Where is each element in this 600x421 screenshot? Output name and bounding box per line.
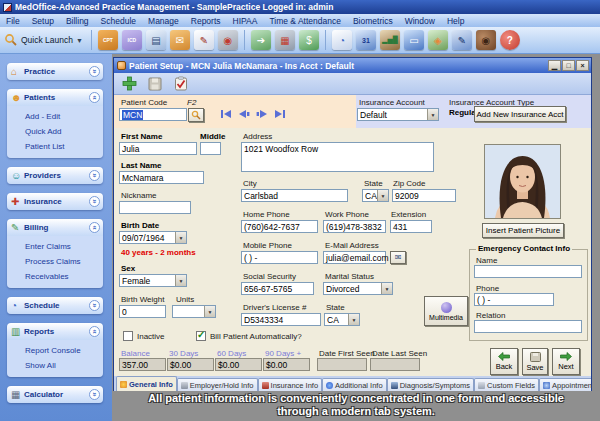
multimedia-button[interactable]: Multimedia (424, 296, 468, 326)
tab-custom-fields[interactable]: Custom Fields (474, 378, 539, 391)
charts-icon[interactable]: ▂▅█ (380, 30, 400, 50)
last-name-input[interactable]: McNamara (119, 171, 204, 184)
expand-chevron-icon[interactable]: » (89, 300, 100, 311)
next-record-button[interactable] (256, 109, 268, 119)
license-state-select[interactable]: CA▼ (324, 313, 360, 326)
sidebar-header-billing[interactable]: ✎ Billing » (7, 219, 103, 236)
expand-chevron-icon[interactable]: » (89, 66, 100, 77)
menu-hipaa[interactable]: HIPAA (227, 16, 264, 26)
collapse-chevron-icon[interactable]: » (89, 92, 100, 103)
menu-biometrics[interactable]: Biometrics (347, 16, 399, 26)
signature-icon[interactable]: ✎ (452, 30, 472, 50)
mobile-phone-input[interactable]: ( ) - (241, 251, 318, 264)
city-input[interactable]: Carlsbad (241, 189, 348, 202)
patient-information-icon[interactable]: ▤ (146, 30, 166, 50)
back-button[interactable]: Back (490, 348, 518, 375)
birth-date-input[interactable]: 09/07/1964▼ (119, 231, 187, 244)
network-users-icon[interactable]: ◈ (428, 30, 448, 50)
bill-automatically-checkbox[interactable] (196, 331, 206, 341)
nickname-input[interactable] (119, 201, 191, 214)
sidebar-header-schedule[interactable]: ◔ Schedule » (7, 297, 103, 314)
email-input[interactable]: julia@email.com (323, 251, 386, 264)
menu-schedule[interactable]: Schedule (95, 16, 142, 26)
middle-input[interactable] (200, 142, 221, 155)
sidebar-header-practice[interactable]: ⌂ Practice » (7, 63, 103, 80)
previous-record-button[interactable] (238, 109, 250, 119)
emergency-phone-input[interactable]: ( ) - (474, 293, 554, 306)
search-icon[interactable] (4, 33, 18, 47)
sidebar-item-add-edit[interactable]: Add - Edit (25, 109, 103, 124)
menu-time-attendance[interactable]: Time & Attendance (263, 16, 347, 26)
insurance-account-select[interactable]: Default▼ (357, 108, 439, 121)
tab-insurance-info[interactable]: Insurance Info (258, 378, 323, 391)
multimedia-camera-icon[interactable]: ◉ (218, 30, 238, 50)
extension-input[interactable]: 431 (390, 220, 432, 233)
menu-reports[interactable]: Reports (185, 16, 227, 26)
first-name-input[interactable]: Julia (119, 142, 197, 155)
sidebar-item-quick-add[interactable]: Quick Add (25, 124, 103, 139)
expand-chevron-icon[interactable]: » (89, 196, 100, 207)
cpt-codes-icon[interactable]: CPT (98, 30, 118, 50)
verify-patient-button[interactable] (170, 74, 192, 93)
statements-icon[interactable]: $ (299, 30, 319, 50)
calendar-icon[interactable]: 31 (356, 30, 376, 50)
sidebar-header-calculator[interactable]: ▦ Calculator » (7, 386, 103, 403)
zip-code-input[interactable]: 92009 (392, 189, 456, 202)
social-security-input[interactable]: 656-67-5765 (241, 282, 314, 295)
emergency-relation-input[interactable] (474, 320, 582, 333)
send-email-button[interactable]: ✉ (390, 251, 406, 264)
biometrics-icon[interactable]: ◉ (476, 30, 496, 50)
menu-help[interactable]: Help (441, 16, 470, 26)
add-new-insurance-button[interactable]: Add New Insurance Acct (474, 106, 566, 122)
menu-file[interactable]: File (0, 16, 26, 26)
superbill-icon[interactable]: ✉ (170, 30, 190, 50)
charge-entry-icon[interactable]: ✎ (194, 30, 214, 50)
tab-appointments[interactable]: Appointments (539, 378, 591, 391)
sidebar-header-patients[interactable]: ☻ Patients » (7, 89, 103, 106)
sidebar-item-patient-list[interactable]: Patient List (25, 139, 103, 154)
sidebar-header-insurance[interactable]: ✚ Insurance » (7, 193, 103, 210)
next-button[interactable]: Next (552, 348, 580, 375)
patient-code-input[interactable]: MCN (119, 108, 187, 121)
sidebar-item-receivables[interactable]: Receivables (25, 269, 103, 284)
tab-diagnosis-symptoms[interactable]: Diagnosis/Symptoms (387, 378, 474, 391)
inactive-checkbox[interactable] (123, 331, 133, 341)
add-patient-button[interactable] (118, 74, 140, 93)
patient-search-button[interactable] (188, 108, 204, 122)
address-input[interactable]: 1021 Woodfox Row (241, 142, 434, 172)
save-patient-button[interactable] (144, 74, 166, 93)
tab-general-info[interactable]: General Info (116, 376, 177, 391)
workstation-billing-icon[interactable]: ▦ (275, 30, 295, 50)
birth-weight-input[interactable]: 0 (119, 305, 166, 318)
sidebar-item-process-claims[interactable]: Process Claims (25, 254, 103, 269)
state-select[interactable]: CA▼ (362, 189, 389, 202)
quick-launch-label[interactable]: Quick Launch (21, 35, 73, 45)
insert-patient-picture-button[interactable]: Insert Patient Picture (482, 223, 564, 238)
sidebar-item-enter-claims[interactable]: Enter Claims (25, 239, 103, 254)
expand-chevron-icon[interactable]: » (89, 170, 100, 181)
units-select[interactable]: ▼ (172, 305, 216, 318)
tab-additional-info[interactable]: Additional Info (322, 378, 387, 391)
marital-status-select[interactable]: Divorced▼ (323, 282, 393, 295)
menu-billing[interactable]: Billing (60, 16, 95, 26)
patient-referral-icon[interactable]: ➔ (251, 30, 271, 50)
save-button[interactable]: Save (522, 348, 548, 375)
tab-employer-hold-info[interactable]: Employer/Hold Info (177, 378, 258, 391)
last-record-button[interactable] (274, 109, 286, 119)
work-phone-input[interactable]: (619)478-3832 (323, 220, 386, 233)
monitor-icon[interactable]: ▭ (404, 30, 424, 50)
quick-launch-caret-icon[interactable]: ▼ (76, 37, 83, 44)
sidebar-item-report-console[interactable]: Report Console (25, 343, 103, 358)
help-icon[interactable]: ? (500, 30, 520, 50)
sidebar-item-show-all[interactable]: Show All (25, 358, 103, 373)
sex-select[interactable]: Female▼ (119, 274, 187, 287)
collapse-chevron-icon[interactable]: » (89, 222, 100, 233)
expand-chevron-icon[interactable]: » (89, 389, 100, 400)
collapse-chevron-icon[interactable]: » (89, 326, 100, 337)
maximize-button[interactable]: □ (562, 60, 575, 71)
icd-codes-icon[interactable]: ICD (122, 30, 142, 50)
home-phone-input[interactable]: (760)642-7637 (241, 220, 318, 233)
close-button[interactable]: × (576, 60, 589, 71)
first-record-button[interactable] (220, 109, 232, 119)
menu-setup[interactable]: Setup (26, 16, 60, 26)
